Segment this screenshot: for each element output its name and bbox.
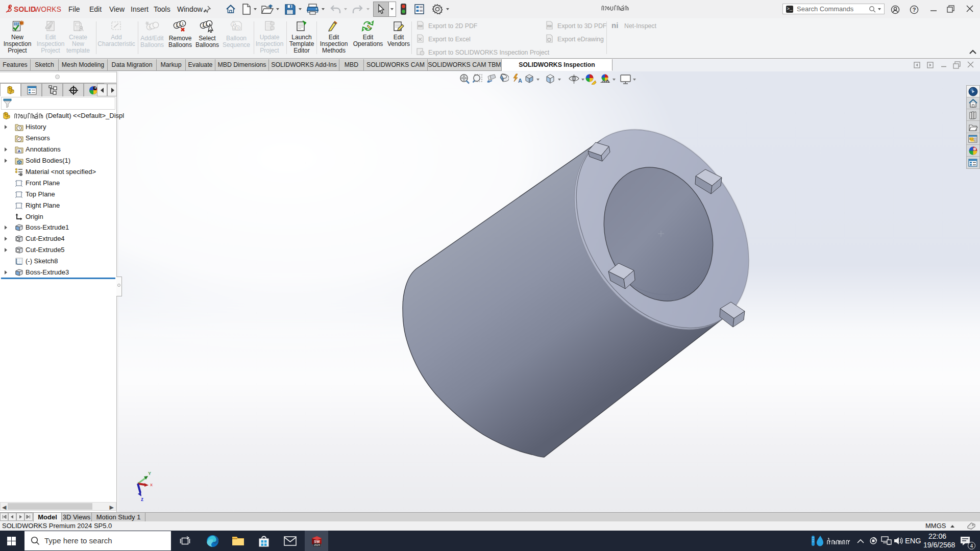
svg-text:1: 1 <box>176 23 178 28</box>
svg-text:SW: SW <box>314 540 320 543</box>
svg-text:PDF: PDF <box>547 25 552 28</box>
svg-text:x: x <box>150 482 153 487</box>
svg-text:z: z <box>141 496 143 502</box>
svg-text:Y: Y <box>148 471 151 476</box>
svg-text:2024: 2024 <box>314 543 320 546</box>
svg-text:1: 1 <box>179 22 181 27</box>
svg-text:SOLID: SOLID <box>14 6 36 13</box>
svg-text:ni: ni <box>611 21 618 30</box>
svg-text:A: A <box>18 149 21 154</box>
svg-text:A: A <box>518 78 522 84</box>
svg-text:PDF: PDF <box>418 25 423 28</box>
svg-text:2: 2 <box>234 26 236 29</box>
svg-text:1: 1 <box>205 22 208 27</box>
svg-text:1: 1 <box>182 21 184 26</box>
svg-text:?: ? <box>913 7 916 13</box>
svg-text:3: 3 <box>237 27 239 30</box>
svg-text:WORKS: WORKS <box>34 6 61 13</box>
svg-text:1: 1 <box>202 23 205 28</box>
svg-text:1: 1 <box>149 25 151 30</box>
